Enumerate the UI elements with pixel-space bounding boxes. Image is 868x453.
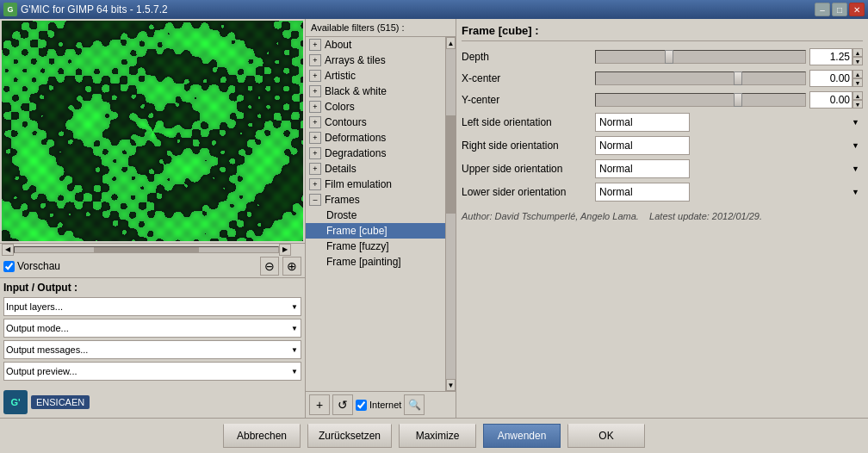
list-item-frame-cube[interactable]: Frame [cube] — [306, 223, 445, 239]
output-preview-row: Output preview... — [3, 362, 301, 381]
maximize-button[interactable]: Maximize — [399, 424, 476, 448]
filter-scroll-down[interactable]: ▼ — [446, 379, 456, 391]
ycenter-row: Y-center 0.00 ▲ ▼ — [462, 91, 863, 109]
output-mode-row: Output mode... — [3, 319, 301, 338]
list-item-frame-fuzzy[interactable]: Frame [fuzzy] — [306, 239, 445, 254]
expand-colors-icon: + — [309, 101, 321, 113]
expand-contours-icon: + — [309, 116, 321, 128]
refresh-filter-button[interactable]: ↺ — [332, 394, 353, 415]
sidebar-item-colors[interactable]: + Colors — [306, 99, 445, 115]
sidebar-item-black-white[interactable]: + Black & white — [306, 84, 445, 99]
xcenter-spinners: ▲ ▼ — [852, 70, 863, 87]
filter-list: + About + Arrays & tiles + Artistic + Bl… — [306, 37, 445, 391]
author-info: Author: David Tschumperlé, Angelo Lama. … — [462, 211, 863, 221]
xcenter-row: X-center 0.00 ▲ ▼ — [462, 70, 863, 87]
close-button[interactable]: ✕ — [849, 3, 865, 16]
preview-canvas — [2, 21, 303, 241]
xcenter-decrement[interactable]: ▼ — [852, 78, 863, 87]
sidebar-item-about[interactable]: + About — [306, 37, 445, 53]
expand-details-icon: + — [309, 163, 321, 175]
scroll-track[interactable] — [14, 246, 279, 253]
scroll-right-button[interactable]: ▶ — [279, 244, 291, 256]
expand-deformations-icon: + — [309, 132, 321, 144]
filter-count: Available filters (515) : — [311, 22, 405, 33]
cancel-button[interactable]: Abbrechen — [223, 424, 301, 448]
output-preview-wrapper: Output preview... — [3, 362, 301, 381]
zoom-in-button[interactable]: ⊕ — [282, 257, 301, 276]
middle-panel: Available filters (515) : + About + Arra… — [306, 19, 456, 418]
list-item-frame-painting[interactable]: Frame [painting] — [306, 254, 445, 270]
apply-button[interactable]: Anwenden — [483, 424, 561, 448]
sidebar-item-deformations[interactable]: + Deformations — [306, 130, 445, 146]
sidebar-item-contours[interactable]: + Contours — [306, 115, 445, 130]
lower-side-wrapper: Normal Flip horizontally Flip vertically — [595, 183, 863, 202]
sidebar-item-degradations[interactable]: + Degradations — [306, 146, 445, 161]
output-messages-row: Output messages... — [3, 340, 301, 359]
right-side-label: Right side orientation — [462, 140, 595, 152]
internet-checkbox[interactable] — [356, 400, 367, 411]
depth-increment[interactable]: ▲ — [852, 48, 863, 57]
output-preview-select[interactable]: Output preview... — [3, 362, 301, 381]
right-side-wrapper: Normal Flip horizontally Flip vertically — [595, 136, 863, 155]
depth-label: Depth — [462, 51, 595, 63]
add-filter-button[interactable]: + — [309, 394, 330, 415]
lower-side-row: Lower sider orientation Normal Flip hori… — [462, 183, 863, 202]
depth-slider-thumb — [665, 50, 673, 64]
upper-side-select[interactable]: Normal Flip horizontally Flip vertically — [595, 159, 690, 178]
frame-fuzzy-label: Frame [fuzzy] — [326, 240, 389, 252]
gmic-logo: G' — [3, 390, 28, 414]
minimize-button[interactable]: – — [815, 3, 830, 16]
output-mode-select[interactable]: Output mode... — [3, 319, 301, 338]
sidebar-item-details[interactable]: + Details — [306, 161, 445, 177]
filter-scroll-thumb — [446, 115, 456, 214]
preview-label: Vorschau — [17, 260, 60, 272]
horizontal-scrollbar: ◀ ▶ — [0, 243, 305, 255]
output-messages-select[interactable]: Output messages... — [3, 340, 301, 359]
xcenter-value: 0.00 — [809, 70, 852, 87]
left-panel: ◀ ▶ Vorschau ⊖ ⊕ Input / Output : — [0, 19, 306, 418]
xcenter-increment[interactable]: ▲ — [852, 70, 863, 78]
internet-checkbox-container: Internet — [356, 400, 401, 411]
ycenter-value: 0.00 — [809, 91, 852, 109]
right-side-select[interactable]: Normal Flip horizontally Flip vertically — [595, 136, 690, 155]
expand-artistic-icon: + — [309, 70, 321, 82]
main-container: ◀ ▶ Vorschau ⊖ ⊕ Input / Output : — [0, 19, 868, 453]
colors-label: Colors — [325, 101, 355, 113]
reset-button[interactable]: Zurücksetzen — [307, 424, 392, 448]
input-layers-select[interactable]: Input layers... — [3, 297, 301, 316]
bottom-bar: Abbrechen Zurücksetzen Maximize Anwenden… — [0, 418, 868, 453]
sidebar-item-frames[interactable]: – Frames — [306, 192, 445, 208]
lower-side-select[interactable]: Normal Flip horizontally Flip vertically — [595, 183, 690, 202]
ycenter-increment[interactable]: ▲ — [852, 91, 863, 100]
left-side-select[interactable]: Normal Flip horizontally Flip vertically — [595, 113, 690, 132]
scroll-left-button[interactable]: ◀ — [2, 244, 14, 256]
sidebar-item-film-emulation[interactable]: + Film emulation — [306, 177, 445, 192]
filter-scrollbar: ▲ ▼ — [445, 37, 456, 391]
contours-label: Contours — [325, 116, 367, 128]
xcenter-slider[interactable] — [595, 71, 806, 85]
sidebar-item-arrays[interactable]: + Arrays & tiles — [306, 53, 445, 68]
title-bar: G G'MIC for GIMP 64 bits - 1.5.7.2 – □ ✕ — [0, 0, 868, 19]
logo-area: G' ENSICAEN — [0, 387, 305, 418]
preview-checkbox[interactable] — [3, 261, 15, 272]
add-icon: + — [316, 398, 323, 412]
input-layers-wrapper: Input layers... — [3, 297, 301, 316]
ok-button[interactable]: OK — [567, 424, 645, 448]
depth-decrement[interactable]: ▼ — [852, 57, 863, 65]
depth-slider[interactable] — [595, 50, 806, 64]
ycenter-slider[interactable] — [595, 93, 806, 107]
expand-arrays-icon: + — [309, 54, 321, 66]
zoom-out-button[interactable]: ⊖ — [260, 257, 279, 276]
sidebar-item-artistic[interactable]: + Artistic — [306, 68, 445, 84]
lower-side-label: Lower sider orientation — [462, 186, 595, 198]
expand-frames-icon: – — [309, 194, 321, 206]
search-button[interactable]: 🔍 — [404, 394, 425, 415]
film-label: Film emulation — [325, 178, 392, 190]
scroll-thumb — [94, 247, 199, 252]
maximize-button[interactable]: □ — [832, 3, 847, 16]
artistic-label: Artistic — [325, 70, 356, 82]
preview-area — [2, 21, 303, 241]
filter-scroll-up[interactable]: ▲ — [446, 37, 456, 49]
ycenter-decrement[interactable]: ▼ — [852, 100, 863, 109]
list-item-droste[interactable]: Droste — [306, 208, 445, 223]
